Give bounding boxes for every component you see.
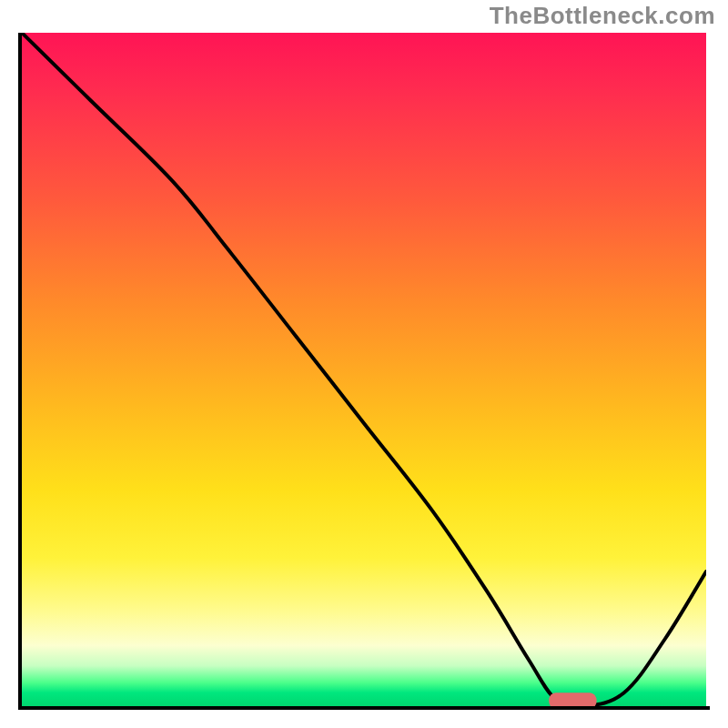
chart-container: TheBottleneck.com [0, 0, 728, 728]
chart-frame [18, 33, 710, 710]
watermark-text: TheBottleneck.com [490, 2, 715, 30]
